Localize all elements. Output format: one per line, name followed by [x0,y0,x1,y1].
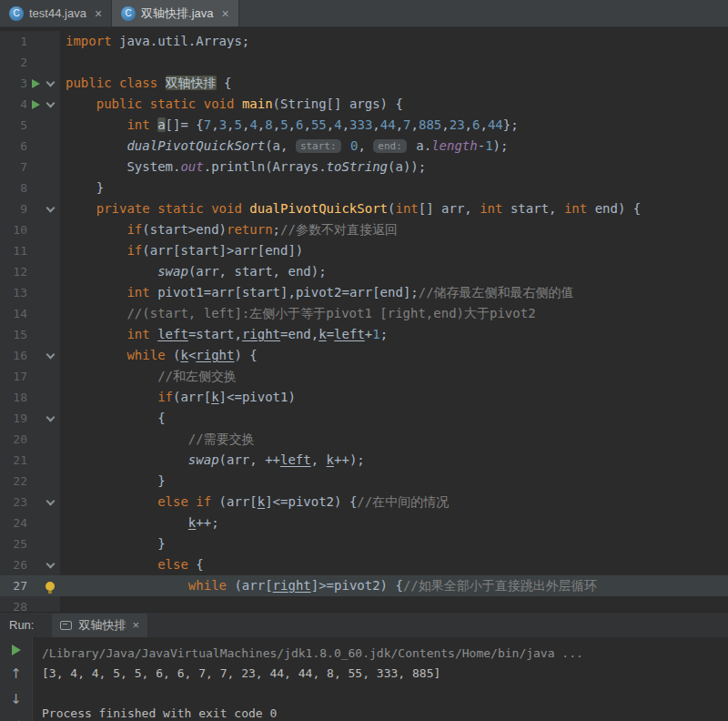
code-line[interactable]: 7 System.out.println(Arrays.toString(a))… [0,157,728,178]
code-line[interactable]: 6 dualPivotQuickSort(a, start: 0, end: a… [0,136,728,157]
console-line[interactable]: /Library/Java/JavaVirtualMachines/jdk1.8… [42,644,719,664]
gutter[interactable]: 1 [0,31,60,52]
code-lines: 1import java.util.Arrays;23public class … [0,31,728,612]
gutter[interactable]: 8 [0,178,60,198]
gutter[interactable]: 12 [0,261,60,282]
fold-icon[interactable] [46,350,55,359]
code-line[interactable]: 23 else if (arr[k]<=pivot2) {//在中间的情况 [0,492,728,513]
rerun-icon[interactable] [12,645,21,655]
line-number: 20 [0,429,27,450]
code-line[interactable]: 2 [0,52,728,73]
gutter[interactable]: 23 [0,492,60,513]
tab-test44[interactable]: C test44.java × [0,0,112,26]
code-text: int left=start,right=end,k=left+1; [60,324,388,345]
code-line[interactable]: 10 if(start>end)return;//参数不对直接返回 [0,219,728,240]
gutter[interactable]: 3 [0,73,60,94]
gutter[interactable]: 21 [0,450,60,471]
gutter[interactable]: 25 [0,533,60,554]
code-line[interactable]: 18 if(arr[k]<=pivot1) [0,387,728,408]
code-text: while (k<right) { [60,345,258,366]
gutter[interactable]: 19 [0,408,60,429]
code-line[interactable]: 4 public static void main(String[] args)… [0,94,728,115]
close-icon[interactable]: × [132,618,139,632]
gutter[interactable]: 10 [0,219,60,240]
code-text: public class 双轴快排 { [60,73,231,94]
up-arrow-icon[interactable]: ↑ [10,667,22,681]
code-text: //(start, left]:左侧小于等于pivot1 [right,end)… [60,303,536,324]
gutter[interactable]: 5 [0,115,60,136]
down-arrow-icon[interactable]: ↓ [10,693,22,706]
gutter[interactable]: 9 [0,198,60,219]
code-line[interactable]: 19 { [0,408,728,429]
gutter[interactable]: 2 [0,52,60,73]
gutter[interactable]: 18 [0,387,60,408]
code-line[interactable]: 20 //需要交换 [0,429,728,450]
fold-icon[interactable] [46,98,55,107]
java-class-icon: C [9,6,24,21]
run-tab[interactable]: 双轴快排 × [52,614,147,637]
close-icon[interactable]: × [95,6,102,21]
run-icon[interactable] [32,100,40,109]
fold-icon[interactable] [46,559,55,568]
code-line[interactable]: 21 swap(arr, ++left, k++); [0,450,728,471]
code-line[interactable]: 11 if(arr[start]>arr[end]) [0,240,728,261]
code-line[interactable]: 28 [0,596,728,612]
code-text [60,52,66,73]
gutter[interactable]: 11 [0,240,60,261]
code-line[interactable]: 16 while (k<right) { [0,345,728,366]
gutter[interactable]: 7 [0,157,60,178]
gutter[interactable]: 28 [0,596,60,612]
gutter[interactable]: 26 [0,554,60,575]
bulb-icon[interactable] [46,582,55,591]
console-output[interactable]: /Library/Java/JavaVirtualMachines/jdk1.8… [33,637,728,721]
code-line[interactable]: 22 } [0,471,728,492]
line-number: 11 [0,240,27,261]
code-line[interactable]: 8 } [0,178,728,198]
fold-icon[interactable] [46,496,55,505]
gutter[interactable]: 15 [0,324,60,345]
gutter[interactable]: 16 [0,345,60,366]
code-line[interactable]: 24 k++; [0,513,728,533]
gutter[interactable]: 17 [0,366,60,387]
line-number: 4 [0,94,27,115]
code-line[interactable]: 3public class 双轴快排 { [0,73,728,94]
fold-icon[interactable] [46,203,55,212]
code-line[interactable]: 27 while (arr[right]>=pivot2) {//如果全部小于直… [0,575,728,596]
line-number: 26 [0,554,27,575]
tab-dual-pivot[interactable]: C 双轴快排.java × [112,0,239,26]
line-number: 28 [0,596,27,612]
code-line[interactable]: 13 int pivot1=arr[start],pivot2=arr[end]… [0,282,728,303]
run-tab-label: 双轴快排 [78,617,126,634]
code-line[interactable]: 9 private static void dualPivotQuickSort… [0,198,728,219]
code-line[interactable]: 17 //和左侧交换 [0,366,728,387]
gutter[interactable]: 27 [0,575,60,596]
line-number: 8 [0,178,27,198]
gutter[interactable]: 6 [0,136,60,157]
gutter[interactable]: 4 [0,94,60,115]
code-text: if(start>end)return;//参数不对直接返回 [60,219,398,240]
gutter[interactable]: 24 [0,513,60,533]
code-editor[interactable]: 1import java.util.Arrays;23public class … [0,27,728,612]
line-number: 2 [0,52,27,73]
code-line[interactable]: 12 swap(arr, start, end); [0,261,728,282]
code-line[interactable]: 26 else { [0,554,728,575]
console-icon [60,621,72,630]
run-icon[interactable] [32,79,40,88]
code-line[interactable]: 1import java.util.Arrays; [0,31,728,52]
line-number: 7 [0,157,27,178]
gutter[interactable]: 22 [0,471,60,492]
code-line[interactable]: 14 //(start, left]:左侧小于等于pivot1 [right,e… [0,303,728,324]
gutter[interactable]: 14 [0,303,60,324]
code-line[interactable]: 5 int a[]= {7,3,5,4,8,5,6,55,4,333,44,7,… [0,115,728,136]
fold-icon[interactable] [46,412,55,421]
close-icon[interactable]: × [222,6,229,21]
code-text: public static void main(String[] args) { [60,94,403,115]
code-line[interactable]: 15 int left=start,right=end,k=left+1; [0,324,728,345]
code-line[interactable]: 25 } [0,533,728,554]
gutter[interactable]: 13 [0,282,60,303]
fold-icon[interactable] [46,77,55,86]
code-text: else if (arr[k]<=pivot2) {//在中间的情况 [60,492,449,513]
line-number: 5 [0,115,27,136]
gutter[interactable]: 20 [0,429,60,450]
line-number: 27 [0,575,27,596]
